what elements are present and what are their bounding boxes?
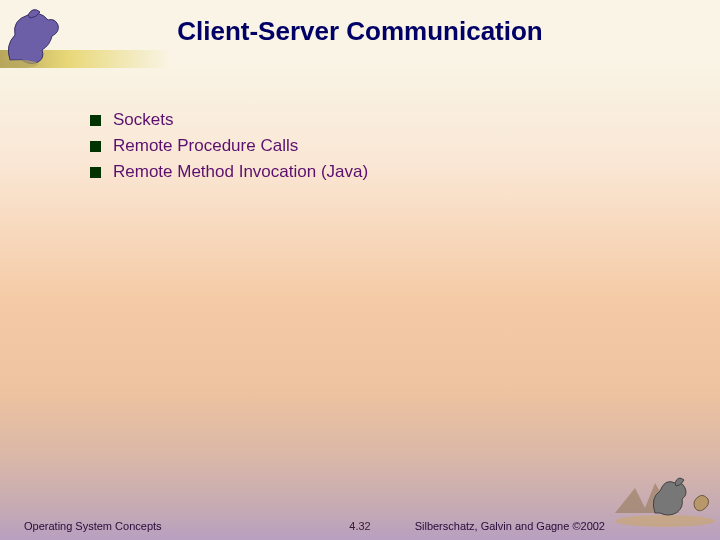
list-item: Sockets bbox=[90, 110, 368, 130]
slide-title: Client-Server Communication bbox=[0, 16, 720, 47]
bullet-text: Remote Method Invocation (Java) bbox=[113, 162, 368, 182]
svg-point-0 bbox=[2, 60, 38, 68]
footer-right-text: Silberschatz, Galvin and Gagne ©2002 bbox=[415, 520, 605, 532]
slide: Client-Server Communication Sockets Remo… bbox=[0, 0, 720, 540]
bullet-text: Remote Procedure Calls bbox=[113, 136, 298, 156]
footer-page-number: 4.32 bbox=[0, 520, 720, 532]
bullet-icon bbox=[90, 167, 101, 178]
bullet-text: Sockets bbox=[113, 110, 173, 130]
footer: Operating System Concepts 4.32 Silbersch… bbox=[0, 512, 720, 532]
bullet-icon bbox=[90, 115, 101, 126]
bullet-icon bbox=[90, 141, 101, 152]
bullet-list: Sockets Remote Procedure Calls Remote Me… bbox=[90, 110, 368, 188]
list-item: Remote Procedure Calls bbox=[90, 136, 368, 156]
list-item: Remote Method Invocation (Java) bbox=[90, 162, 368, 182]
